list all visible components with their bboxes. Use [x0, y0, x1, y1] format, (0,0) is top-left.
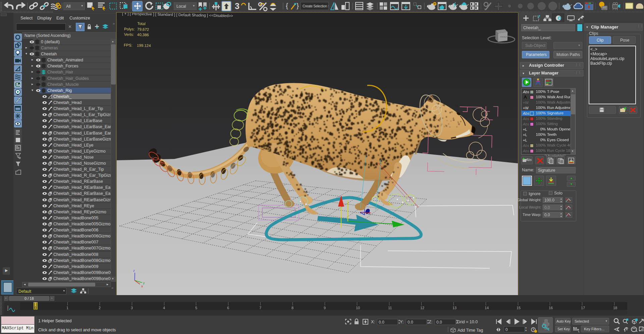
svg-text:FRONT: FRONT [500, 36, 507, 38]
svg-text:z: z [133, 269, 135, 272]
svg-text:Polys:: Polys: [124, 27, 135, 31]
svg-text:Verts:: Verts: [124, 32, 134, 37]
svg-text:79,672: 79,672 [137, 27, 149, 32]
svg-text:FPS:: FPS: [124, 43, 132, 47]
svg-text:40,386: 40,386 [137, 33, 149, 37]
svg-text:x: x [141, 284, 143, 288]
svg-text:Total: Total [137, 21, 146, 26]
svg-text:199.124: 199.124 [137, 43, 151, 48]
svg-text:y: y [143, 281, 145, 285]
